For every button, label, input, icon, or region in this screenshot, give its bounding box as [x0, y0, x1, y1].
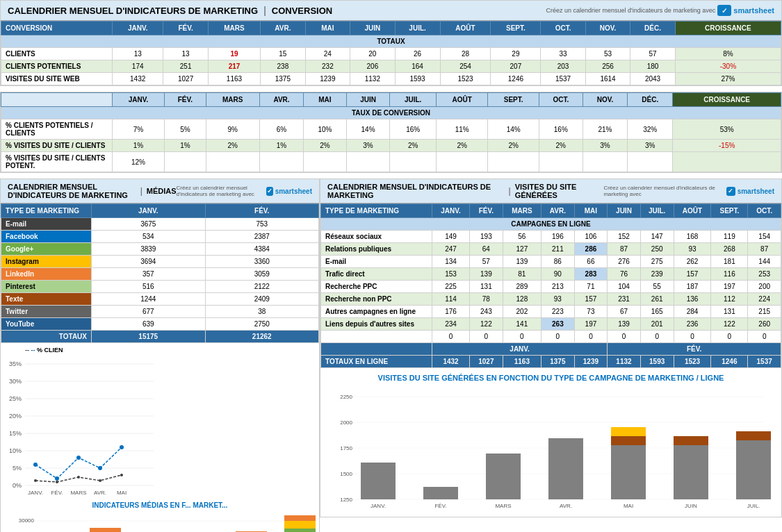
- media-youtube-label: YouTube: [1, 318, 92, 331]
- totaux-row: TOTAUX: [1, 35, 781, 48]
- visites-relations: Relations publiques 247 64 127 211 286 8…: [321, 243, 781, 256]
- email-label: E-mail: [321, 256, 432, 268]
- bottom-chart: VISITES DU SITE GÉNÉRÉES EN FONCTION DU …: [320, 368, 781, 517]
- clients-dec: 57: [630, 48, 676, 60]
- col-header-janv: JANV.: [113, 22, 163, 35]
- v-avr: AVR.: [541, 204, 575, 218]
- ss-link3: Créez un calendrier mensuel d'indicateur…: [603, 185, 724, 197]
- media-row-facebook: Facebook 534 2387: [1, 231, 319, 243]
- campagne-row: CAMPAGNES EN LIGNE: [321, 218, 781, 231]
- media-instagram-label: Instagram: [1, 256, 92, 268]
- conversion-title: CALENDRIER MENSUEL D'INDICATEURS DE MARK…: [8, 5, 332, 16]
- taux-croissance: CROISSANCE: [673, 93, 781, 107]
- non-ppc-label: Recherche non PPC: [321, 293, 432, 306]
- taux-label-3: % VISITES DU SITE / CLIENTS POTENT.: [1, 152, 113, 172]
- sub-title: CONVERSION: [272, 6, 332, 16]
- col-header-fev: FÉV.: [163, 22, 209, 35]
- clients-juin: 20: [350, 48, 396, 60]
- svg-point-22: [55, 476, 59, 481]
- potentiels-growth: -30%: [675, 60, 781, 73]
- taux-row-2: % VISITES DU SITE / CLIENTS 1% 1% 2% 1% …: [1, 140, 781, 152]
- visites-sept: 1246: [491, 73, 541, 85]
- svg-text:MAI: MAI: [624, 503, 633, 509]
- taux-totaux-row: TAUX DE CONVERSION: [1, 107, 781, 119]
- taux-dec: DÉC.: [628, 93, 673, 107]
- svg-text:MARS: MARS: [495, 503, 511, 509]
- line-chart-svg: 35% 30% 25% 20% 15% 10% 5% 0%: [4, 356, 157, 494]
- visites-mai: 1239: [305, 73, 350, 85]
- clients-oct: 33: [541, 48, 586, 60]
- col-header-aout: AOÛT: [440, 22, 491, 35]
- potentiels-dec: 180: [630, 60, 676, 73]
- col-header-juil: JUIL.: [395, 22, 440, 35]
- svg-rect-92: [423, 487, 458, 499]
- bar-chart-svg: 30000 25000 20000 15000 10000 5000 0: [6, 512, 305, 532]
- panel-medias: CALENDRIER MENSUEL D'INDICATEURS DE MARK…: [0, 178, 320, 532]
- v-sept: SEPT.: [711, 204, 748, 218]
- clients-label: CLIENTS: [1, 48, 113, 60]
- taux-label-1: % CLIENTS POTENTIELS / CLIENTS: [1, 119, 113, 140]
- visites-juin: 1132: [350, 73, 396, 85]
- pipe1: |: [263, 5, 266, 16]
- media-janv: JANV.: [92, 204, 206, 218]
- relations-label: Relations publiques: [321, 243, 432, 256]
- media-row-youtube: YouTube 639 2750: [1, 318, 319, 331]
- col-header-mai: MAI: [305, 22, 350, 35]
- clients-aout: 28: [440, 48, 491, 60]
- taux-janv: JANV.: [113, 93, 165, 107]
- media-row-instagram: Instagram 3694 3360: [1, 256, 319, 268]
- visites-empty: 0 0 0 0 0 0 0 0 0 0: [321, 331, 781, 343]
- clients-avr: 15: [261, 48, 306, 60]
- taux-oct: OCT.: [539, 93, 583, 107]
- potentiels-mars: 217: [208, 60, 260, 73]
- visites-header: CALENDRIER MENSUEL D'INDICATEURS DE MARK…: [320, 179, 781, 203]
- visites-autres: Autres campagnes en ligne 176 243 202 22…: [321, 306, 781, 318]
- clients-sept: 29: [491, 48, 541, 60]
- v-juil: JUIL.: [640, 204, 674, 218]
- panels-row: CALENDRIER MENSUEL D'INDICATEURS DE MARK…: [0, 178, 782, 532]
- ss-link2: Créez un calendrier mensuel d'indicateur…: [177, 185, 265, 197]
- main-title: CALENDRIER MENSUEL D'INDICATEURS DE MARK…: [8, 6, 258, 16]
- svg-point-23: [76, 456, 81, 460]
- clients-nov: 53: [585, 48, 630, 60]
- v-aout: AOÛT: [674, 204, 711, 218]
- taux-fev: FÉV.: [165, 93, 206, 107]
- taux-aout: AOÛT: [436, 93, 488, 107]
- svg-point-21: [33, 463, 38, 467]
- svg-text:35%: 35%: [9, 360, 22, 367]
- v-mars: MARS: [503, 204, 541, 218]
- ss-brand3: smartsheet: [738, 188, 774, 195]
- ss-check3: ✓: [726, 187, 735, 196]
- clients-row: CLIENTS 13 13 19 15 24 20 26 28 29 33 53…: [1, 48, 781, 60]
- svg-text:MARS: MARS: [70, 490, 86, 496]
- totaux-en-ligne-row: TOTAUX EN LIGNE 1432 1027 1163 1375 1239…: [321, 356, 781, 368]
- visites-mars: 1163: [208, 73, 260, 85]
- media-row-email: E-mail 3675 753: [1, 218, 319, 231]
- empty-label: [321, 331, 432, 343]
- visites-ppc: Recherche PPC 225 131 289 213 71 104 55 …: [321, 281, 781, 293]
- media-facebook-label: Facebook: [1, 231, 92, 243]
- janv-fev-header: JANV. FÉV.: [321, 343, 781, 356]
- svg-text:2000: 2000: [340, 419, 352, 426]
- col-header-croissance: CROISSANCE: [675, 22, 781, 35]
- visites-main-title: CALENDRIER MENSUEL D'INDICATEURS DE MARK…: [327, 183, 505, 199]
- clients-mars: 19: [208, 48, 260, 60]
- svg-rect-76: [284, 529, 316, 532]
- clients-janv: 13: [113, 48, 163, 60]
- col-header-mars: MARS: [208, 22, 260, 35]
- svg-point-24: [98, 466, 102, 470]
- svg-text:2250: 2250: [340, 394, 352, 400]
- media-totaux-label: TOTAUX: [1, 331, 92, 343]
- medias-main-title: CALENDRIER MENSUEL D'INDICATEURS DE MARK…: [8, 183, 136, 199]
- svg-rect-78: [284, 515, 316, 521]
- col-header-avr: AVR.: [261, 22, 306, 35]
- svg-text:0%: 0%: [13, 482, 22, 489]
- taux-nov: NOV.: [583, 93, 627, 107]
- taux-sept: SEPT.: [488, 93, 539, 107]
- media-pinterest-label: Pinterest: [1, 281, 92, 293]
- svg-text:1500: 1500: [340, 471, 352, 477]
- bar-chart-title: INDICATEURS MÉDIAS EN F... MARKET...: [6, 501, 313, 509]
- ss-brand2: smartsheet: [275, 188, 312, 195]
- bar-chart-section: INDICATEURS MÉDIAS EN F... MARKET... 300…: [1, 498, 319, 532]
- potentiels-avr: 238: [261, 60, 306, 73]
